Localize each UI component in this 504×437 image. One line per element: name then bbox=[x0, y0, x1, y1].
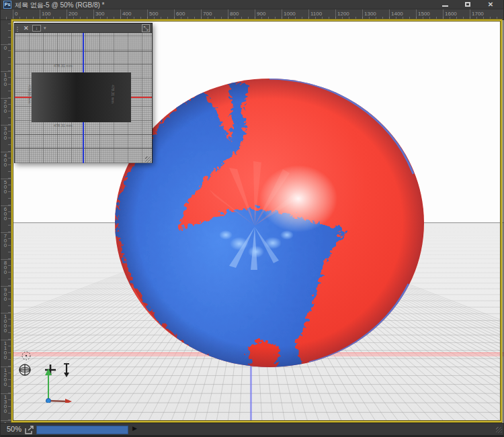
measure-label: 478.31 mm bbox=[54, 64, 73, 68]
measure-label: 478.31 mm bbox=[111, 85, 115, 103]
share-icon[interactable] bbox=[25, 426, 34, 434]
maximize-button[interactable] bbox=[458, 0, 478, 9]
panel-resize-handle-icon[interactable] bbox=[145, 156, 151, 162]
minimize-icon bbox=[442, 5, 448, 7]
window-resize-grip-icon[interactable] bbox=[496, 427, 502, 433]
minimize-button[interactable] bbox=[435, 0, 455, 9]
y-axis-arrow bbox=[45, 369, 52, 401]
view-arrow-icon: ↓ bbox=[36, 26, 38, 30]
orbit-dots-icon bbox=[22, 352, 30, 360]
view-select-button[interactable]: ↓ bbox=[32, 25, 41, 32]
close-button[interactable]: ✕ bbox=[480, 0, 501, 9]
measure-label: 478.31 mm bbox=[28, 85, 32, 103]
secondary-view-content[interactable]: 478.31 mm 478.31 mm 478.31 mm 478.31 mm bbox=[15, 33, 152, 163]
progress-bar bbox=[36, 426, 128, 434]
measure-label: 478.31 mm bbox=[54, 124, 73, 128]
ruler-horizontal[interactable]: 0100200300400500600700800900100011001200… bbox=[1, 9, 504, 20]
maximize-icon bbox=[465, 2, 470, 7]
title-bar[interactable]: Ps 제목 없음-5 @ 50% (RGB/8) * ✕ bbox=[1, 0, 504, 9]
photoshop-logo-icon: Ps bbox=[3, 1, 11, 9]
close-icon: ✕ bbox=[488, 1, 493, 8]
axis-widget[interactable] bbox=[26, 366, 79, 403]
ruler-vertical[interactable]: 0100200300400500600700800900100011001200… bbox=[1, 20, 11, 423]
panel-header[interactable]: ✕ ↓ ▾ ⤡ bbox=[15, 23, 152, 33]
ruler-minor-ticks bbox=[1, 17, 504, 19]
swap-view-icon: ⤡ bbox=[143, 25, 148, 32]
close-icon: ✕ bbox=[24, 25, 29, 32]
swap-view-button[interactable]: ⤡ bbox=[142, 24, 150, 32]
ruler-minor-ticks bbox=[8, 20, 11, 423]
zoom-level-field[interactable]: 50% bbox=[7, 425, 22, 433]
panel-grip-icon[interactable] bbox=[17, 26, 18, 32]
panel-close-button[interactable]: ✕ bbox=[22, 23, 31, 33]
texture-preview bbox=[32, 72, 131, 122]
secondary-view-panel[interactable]: ✕ ↓ ▾ ⤡ 478.31 mm 478.31 mm 478.31 mm 47… bbox=[14, 23, 153, 163]
photoshop-window: Ps 제목 없음-5 @ 50% (RGB/8) * ✕ 01002003004… bbox=[0, 0, 504, 437]
x-axis-arrow bbox=[48, 399, 72, 403]
dropdown-arrow-icon[interactable]: ▾ bbox=[44, 23, 46, 33]
window-title: 제목 없음-5 @ 50% (RGB/8) * bbox=[15, 1, 105, 10]
panel-x-axis-guide bbox=[131, 97, 152, 98]
origin-dot bbox=[46, 399, 51, 403]
status-menu-arrow-icon[interactable]: ▶ bbox=[132, 425, 137, 432]
